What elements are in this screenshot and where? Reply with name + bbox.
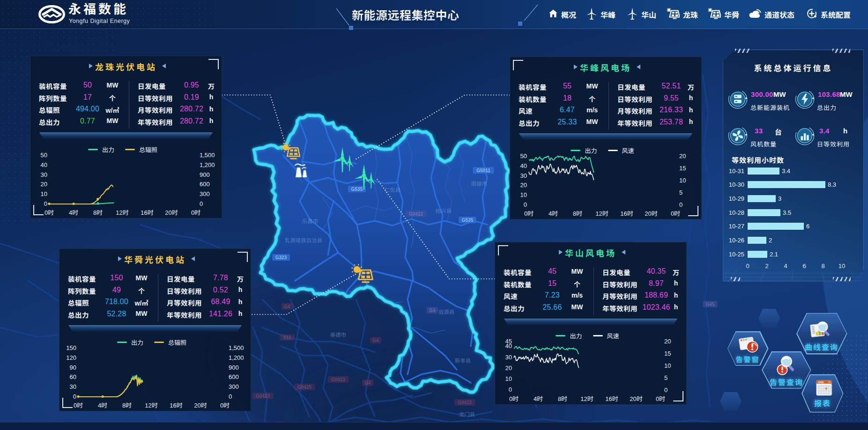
svg-text:S11: S11 bbox=[283, 335, 291, 340]
svg-text:G0423: G0423 bbox=[256, 394, 270, 399]
svg-text:南雄市: 南雄市 bbox=[471, 180, 488, 187]
svg-text:G4: G4 bbox=[364, 380, 371, 386]
svg-text:新丰县: 新丰县 bbox=[455, 357, 471, 364]
svg-text:G535: G535 bbox=[462, 218, 474, 223]
svg-text:G0423: G0423 bbox=[331, 377, 345, 382]
svg-text:G4: G4 bbox=[372, 338, 379, 343]
svg-text:龙门县: 龙门县 bbox=[459, 410, 475, 418]
svg-text:乳源瑶族自治县: 乳源瑶族自治县 bbox=[285, 236, 323, 244]
svg-text:翁源县: 翁源县 bbox=[438, 308, 455, 315]
svg-text:乐昌市: 乐昌市 bbox=[302, 217, 319, 225]
svg-text:G323: G323 bbox=[275, 255, 287, 260]
svg-text:英德市: 英德市 bbox=[330, 331, 347, 338]
svg-text:G4: G4 bbox=[429, 308, 436, 313]
svg-text:G0422: G0422 bbox=[409, 211, 423, 217]
svg-text:G0422: G0422 bbox=[458, 400, 472, 405]
svg-text:G4: G4 bbox=[284, 304, 290, 309]
svg-text:G535: G535 bbox=[351, 187, 363, 192]
svg-text:始兴县: 始兴县 bbox=[436, 207, 452, 214]
svg-text:G0425: G0425 bbox=[297, 385, 312, 390]
svg-text:G5011: G5011 bbox=[476, 168, 490, 173]
svg-text:G45: G45 bbox=[706, 302, 715, 307]
svg-text:APRIL: APRIL bbox=[818, 381, 824, 384]
